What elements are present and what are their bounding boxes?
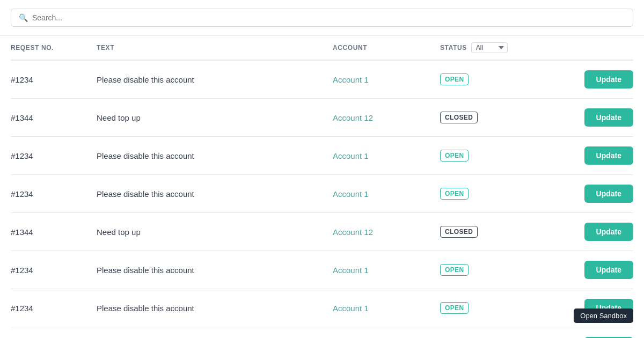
table-row: #1344 Need top up Account 12 CLOSED Upda… — [11, 99, 633, 137]
row-action: Update — [558, 261, 633, 279]
table-body: #1234 Please disable this account Accoun… — [11, 61, 633, 338]
row-account: Account 12 — [333, 227, 440, 237]
col-header-status: STATUS All Open Closed — [440, 42, 558, 53]
update-button[interactable]: Update — [584, 223, 633, 241]
row-status: OPEN — [440, 150, 558, 161]
row-status: OPEN — [440, 74, 558, 85]
table-row: #1234 Please disable this account Accoun… — [11, 61, 633, 99]
table-row: #1344 Need top up Account 12 CLOSED Upda… — [11, 213, 633, 251]
row-id: #1344 — [11, 227, 97, 237]
row-id: #1234 — [11, 151, 97, 160]
update-button[interactable]: Update — [584, 261, 633, 279]
search-container: 🔍 — [0, 0, 644, 36]
row-account: Account 1 — [333, 189, 440, 199]
row-text: Please disable this account — [97, 304, 333, 313]
update-button[interactable]: Update — [584, 185, 633, 203]
table-row: #1344 Need top up Account 12 CLOSED Upda… — [11, 327, 633, 338]
row-id: #1234 — [11, 304, 97, 313]
status-filter-select[interactable]: All Open Closed — [471, 42, 508, 53]
row-status: CLOSED — [440, 112, 558, 123]
row-status: CLOSED — [440, 226, 558, 238]
row-id: #1234 — [11, 189, 97, 199]
row-id: #1234 — [11, 266, 97, 275]
row-text: Please disable this account — [97, 75, 333, 84]
status-badge: CLOSED — [440, 226, 478, 238]
row-account: Account 12 — [333, 113, 440, 122]
status-badge: OPEN — [440, 188, 469, 200]
update-button[interactable]: Update — [584, 299, 633, 317]
row-action: Update — [558, 185, 633, 203]
row-id: #1344 — [11, 113, 97, 122]
status-badge: CLOSED — [440, 112, 478, 123]
row-text: Need top up — [97, 227, 333, 237]
search-bar: 🔍 — [11, 9, 633, 27]
status-label: STATUS — [440, 44, 467, 52]
row-action: Update — [558, 223, 633, 241]
row-status: OPEN — [440, 188, 558, 200]
update-button[interactable]: Update — [584, 108, 633, 127]
search-icon: 🔍 — [19, 13, 28, 22]
update-button[interactable]: Update — [584, 70, 633, 89]
row-account: Account 1 — [333, 151, 440, 160]
table-header: REQEST NO. TEXT ACCOUNT STATUS All Open … — [11, 36, 633, 61]
row-text: Please disable this account — [97, 189, 333, 199]
row-text: Please disable this account — [97, 266, 333, 275]
update-button[interactable]: Update — [584, 146, 633, 165]
table-row: #1234 Please disable this account Accoun… — [11, 175, 633, 213]
row-status: OPEN — [440, 264, 558, 276]
row-action: Update — [558, 70, 633, 89]
row-status: OPEN — [440, 302, 558, 314]
col-header-account: ACCOUNT — [333, 44, 440, 52]
row-text: Need top up — [97, 113, 333, 122]
col-header-request-no: REQEST NO. — [11, 44, 97, 52]
row-action: Update — [558, 299, 633, 317]
row-action: Update — [558, 146, 633, 165]
row-account: Account 1 — [333, 304, 440, 313]
status-badge: OPEN — [440, 264, 469, 276]
row-action: Update — [558, 108, 633, 127]
col-header-text: TEXT — [97, 44, 333, 52]
row-id: #1234 — [11, 75, 97, 84]
status-badge: OPEN — [440, 74, 469, 85]
requests-table: REQEST NO. TEXT ACCOUNT STATUS All Open … — [0, 36, 644, 338]
row-text: Please disable this account — [97, 151, 333, 160]
row-account: Account 1 — [333, 266, 440, 275]
search-input[interactable] — [32, 13, 625, 22]
status-badge: OPEN — [440, 150, 469, 161]
table-row: #1234 Please disable this account Accoun… — [11, 289, 633, 327]
row-account: Account 1 — [333, 75, 440, 84]
table-row: #1234 Please disable this account Accoun… — [11, 137, 633, 175]
status-badge: OPEN — [440, 302, 469, 314]
table-row: #1234 Please disable this account Accoun… — [11, 251, 633, 289]
